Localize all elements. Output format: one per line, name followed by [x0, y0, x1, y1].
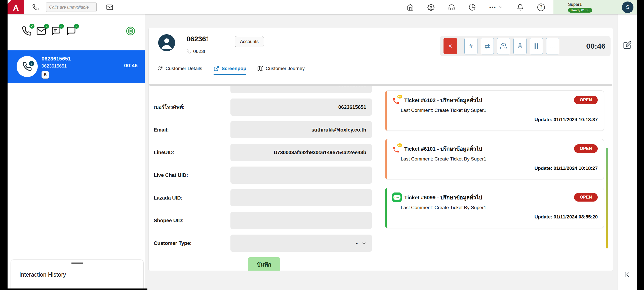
ellipsis-icon: … [549, 43, 556, 49]
mute-button[interactable] [513, 38, 527, 54]
call-item-timer: 00:46 [124, 62, 138, 69]
form-row: Email: suthirukk@loxley.co.th [154, 121, 380, 138]
ticket-last-comment: Last Comment: Create Ticket By Super1 [401, 156, 598, 162]
agent-status-badge: Ready 01:38 [568, 8, 592, 13]
form-row: Live Chat UID: [154, 167, 380, 184]
form-row: Customer Type: - [154, 235, 380, 252]
lineuid-field[interactable]: U730003afa82b930c6149e754a22ee43b [230, 144, 372, 161]
chevron-down-icon [362, 241, 366, 245]
conference-button[interactable] [497, 38, 510, 54]
user-status-panel[interactable]: Super1 Ready 01:38 S [553, 0, 637, 14]
more-call-actions-button[interactable]: … [546, 38, 559, 54]
ticket-card[interactable]: LINE Ticket #6099 - ปรึกษาข้อมูลทั่วไป O… [385, 188, 604, 228]
top-bar: A ••• [8, 0, 637, 14]
chat-bubble-icon [397, 95, 402, 99]
content-divider [149, 84, 612, 86]
channel-status-row: ✓ ✓ ✓ ✓ [8, 14, 145, 44]
contact-avatar [158, 34, 175, 51]
home-button[interactable] [407, 4, 414, 11]
lazada-field[interactable] [230, 189, 372, 206]
more-menu-button[interactable]: ••• [489, 5, 503, 10]
call-avatar: ↓ [17, 56, 38, 77]
tab-screenpop[interactable]: Screenpop [214, 66, 246, 75]
form-row: เบอร์โทรศัพท์: 0623615651 [154, 99, 380, 116]
ticket-card[interactable]: Ticket #6102 - ปรึกษาข้อมูลทั่วไป OPEN L… [385, 90, 604, 131]
user-meta: Super1 Ready 01:38 [568, 2, 592, 13]
settings-button[interactable] [427, 4, 434, 11]
transfer-button[interactable]: ⇄ [481, 38, 494, 54]
save-button[interactable]: บันทึก [248, 257, 280, 271]
ticket-updated-at: Update: 01/11/2024 10:18:27 [392, 166, 598, 171]
chat-channel-icon[interactable]: ✓ [51, 26, 61, 36]
tab-customer-journey[interactable]: Customer Journey [258, 66, 305, 75]
brand-logo[interactable]: A [8, 0, 24, 14]
call-count-badge: 5 [42, 71, 49, 79]
accounts-button[interactable]: Accounts [235, 36, 264, 47]
interaction-history-panel: Interaction History [11, 260, 144, 288]
microphone-icon [517, 43, 523, 49]
notes-icon[interactable] [623, 41, 632, 49]
chat-bubble-icon [397, 143, 402, 147]
call-contact-number: 0623615651 [42, 63, 67, 69]
notes-rail [618, 14, 637, 290]
people-icon [500, 43, 507, 50]
close-icon: × [448, 42, 452, 50]
question-icon: ? [537, 4, 545, 11]
hash-icon: # [469, 43, 473, 49]
message-channel-icon[interactable]: ✓ [66, 26, 76, 36]
help-button[interactable]: ? [537, 4, 545, 11]
ticket-card[interactable]: Ticket #6101 - ปรึกษาข้อมูลทั่วไป OPEN L… [385, 139, 604, 179]
broadcast-status-icon[interactable] [126, 26, 136, 36]
call-destination-input[interactable] [46, 3, 97, 12]
livechat-field[interactable] [230, 167, 372, 184]
shopee-field[interactable] [230, 212, 372, 229]
lazada-field-label: Lazada UID: [154, 195, 230, 201]
notifications-button[interactable] [517, 4, 524, 11]
clipped-field[interactable]: 0623615651 [230, 86, 372, 93]
email-channel-icon[interactable]: ✓ [36, 26, 46, 36]
ticket-scrollbar-thumb[interactable] [606, 148, 608, 248]
panel-drag-handle[interactable] [71, 263, 83, 264]
agent-headset-button[interactable] [448, 4, 455, 11]
collapse-panel-icon[interactable] [624, 271, 631, 278]
ticket-status-badge: OPEN [574, 144, 598, 153]
call-ticket-icon [392, 144, 402, 153]
stats-button[interactable] [469, 4, 476, 11]
call-contact-name: 0623615651 [42, 56, 71, 62]
customer-type-select[interactable]: - [230, 235, 372, 252]
dialpad-button[interactable]: # [464, 38, 477, 54]
ticket-status-badge: OPEN [574, 193, 598, 202]
ticket-title: Ticket #6101 - ปรึกษาข้อมูลทั่วไป [404, 145, 574, 153]
detail-tabs: Customer Details Screenpop Customer Jour… [157, 66, 305, 75]
transfer-arrows-icon: ⇄ [485, 43, 490, 49]
call-timer: 00:46 [586, 42, 606, 50]
end-call-button[interactable]: × [444, 38, 457, 54]
call-ticket-icon [392, 95, 402, 105]
ticket-status-badge: OPEN [574, 96, 598, 104]
hold-button[interactable] [530, 38, 543, 54]
user-name: Super1 [568, 2, 592, 7]
ticket-title: Ticket #6099 - ปรึกษาข้อมูลทั่วไป [404, 193, 574, 202]
external-link-icon [214, 66, 219, 71]
chevron-down-icon [498, 5, 503, 10]
phone-field-label: เบอร์โทรศัพท์: [154, 103, 230, 111]
person-details-icon [157, 66, 163, 71]
active-call-list-item[interactable]: ↓ 0623615651 0623615651 5 00:46 [8, 50, 145, 83]
check-badge-icon: ✓ [59, 24, 64, 29]
interaction-detail-card: 0623615651 0623615651 Accounts Customer … [148, 28, 613, 271]
email-icon[interactable] [106, 4, 113, 11]
call-controls-bar: × # ⇄ … 00:46 [440, 36, 611, 56]
ticket-updated-at: Update: 01/11/2024 10:18:37 [392, 117, 598, 122]
voice-channel-icon[interactable]: ✓ [22, 26, 32, 36]
top-bar-actions: ••• ? [407, 4, 553, 11]
more-dots-icon: ••• [489, 5, 496, 10]
form-row: LineUID: U730003afa82b930c6149e754a22ee4… [154, 144, 380, 161]
tab-label: Screenpop [222, 66, 246, 71]
user-avatar[interactable]: S [622, 2, 633, 13]
tab-customer-details[interactable]: Customer Details [157, 66, 202, 75]
interaction-history-title: Interaction History [19, 271, 66, 278]
form-row: Shopee UID: [154, 212, 380, 229]
lineuid-field-label: LineUID: [154, 150, 230, 155]
phone-field[interactable]: 0623615651 [230, 99, 372, 116]
email-field[interactable]: suthirukk@loxley.co.th [230, 121, 372, 138]
